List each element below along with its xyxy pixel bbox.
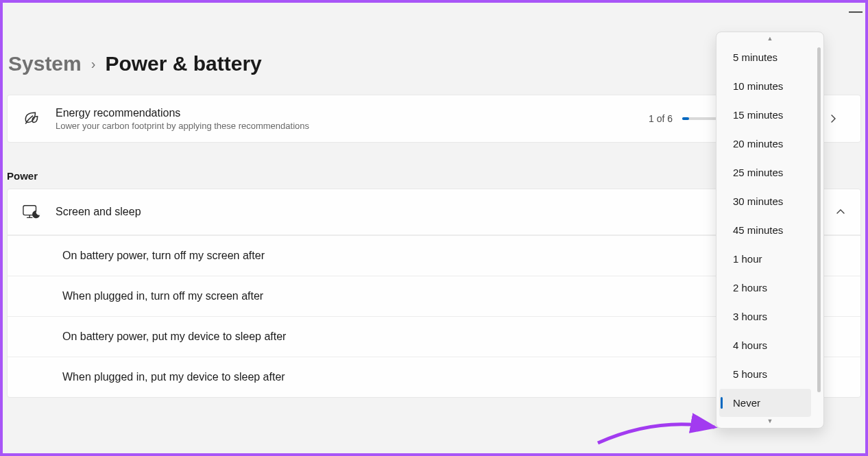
dropdown-option[interactable]: 10 minutes [719,72,811,100]
annotation-arrow [594,396,732,451]
chevron-right-icon[interactable] [821,106,845,131]
scroll-up-arrow-icon[interactable]: ▲ [716,35,823,43]
chevron-up-icon[interactable] [836,207,845,217]
screen-and-sleep-title: Screen and sleep [56,206,821,218]
dropdown-option[interactable]: 15 minutes [719,101,811,129]
dropdown-option[interactable]: 5 hours [719,360,811,388]
dropdown-option[interactable]: 5 minutes [719,43,811,71]
dropdown-option[interactable]: 45 minutes [719,216,811,244]
dropdown-option[interactable]: 25 minutes [719,158,811,187]
breadcrumb-parent[interactable]: System [8,52,82,75]
energy-count: 1 of 6 [649,113,673,124]
page-title: Power & battery [105,52,261,75]
dropdown-scrollbar[interactable] [817,47,821,392]
dropdown-option[interactable]: 20 minutes [719,130,811,158]
scroll-down-arrow-icon[interactable]: ▼ [716,418,823,425]
leaf-icon [23,110,40,128]
dropdown-option[interactable]: 30 minutes [719,187,811,215]
dropdown-option[interactable]: Never [719,389,811,417]
dropdown-option[interactable]: 3 hours [719,302,811,331]
energy-title: Energy recommendations [56,107,634,119]
chevron-right-icon: › [91,56,96,72]
energy-subtitle: Lower your carbon footprint by applying … [56,121,634,131]
dropdown-option[interactable]: 4 hours [719,331,811,359]
screen-sleep-icon [23,204,40,219]
window-minimize-hint: — [849,4,863,18]
duration-dropdown[interactable]: ▲ 5 minutes10 minutes15 minutes20 minute… [716,32,824,429]
dropdown-option[interactable]: 2 hours [719,274,811,302]
dropdown-option[interactable]: 1 hour [719,245,811,273]
